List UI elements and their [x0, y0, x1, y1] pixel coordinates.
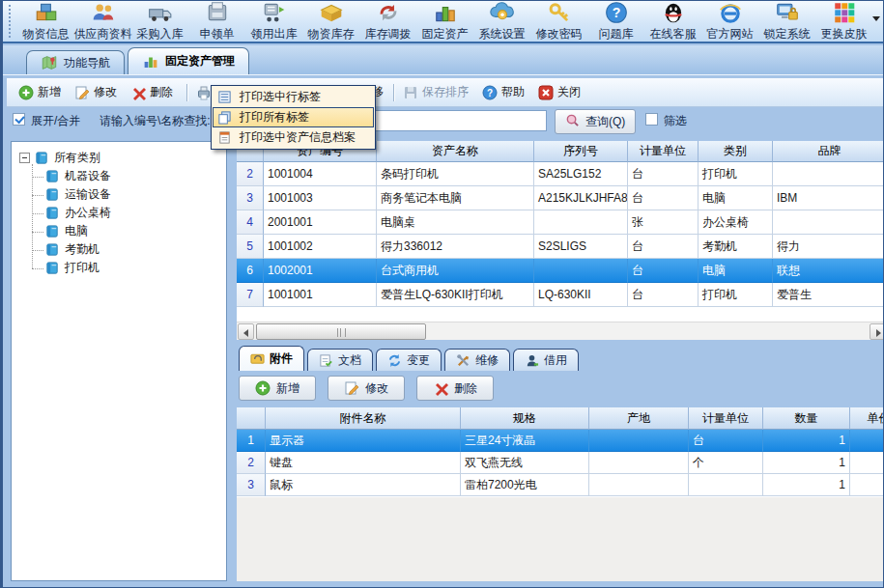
- toolbar-item-materials[interactable]: 物资信息: [17, 0, 74, 42]
- transfer-icon: [376, 0, 401, 25]
- table-cell: 雷柏7200光电: [461, 474, 589, 496]
- tree-node-label: 打印机: [65, 260, 100, 276]
- expand-collapse-checkbox[interactable]: [13, 113, 25, 126]
- toolbar-item-label: 在线客服: [650, 26, 697, 42]
- attachment-grid: 附件名称规格产地计量单位数量单价1显示器三星24寸液晶台112键盘双飞燕无线个1…: [237, 407, 884, 497]
- column-header[interactable]: 附件名称: [266, 407, 461, 430]
- table-row[interactable]: 61002001台式商用机台电脑联想: [237, 259, 884, 283]
- table-row[interactable]: 2键盘双飞燕无线个1: [237, 452, 884, 474]
- table-cell: 电脑: [699, 186, 773, 210]
- table-cell: 三星24寸液晶: [461, 430, 589, 452]
- toolbar-item-issue-out[interactable]: 领用出库: [245, 0, 302, 42]
- table-cell: 1001003: [264, 186, 377, 210]
- toolbar-item-purchase-in[interactable]: 采购入库: [131, 0, 188, 42]
- toolbar-item-transfer[interactable]: 库存调拨: [359, 0, 416, 42]
- detail-tab-repair[interactable]: 维修: [444, 349, 510, 371]
- column-header[interactable]: 规格: [461, 407, 589, 430]
- detail-tab-attach[interactable]: 附件: [239, 346, 304, 371]
- add-button[interactable]: 新增: [18, 84, 61, 100]
- detail-tab-borrow[interactable]: 借用: [513, 349, 579, 371]
- table-row[interactable]: 1显示器三星24寸液晶台11: [237, 430, 884, 452]
- toolbar-item-label: 供应商资料: [74, 26, 132, 42]
- toolbar-item-website[interactable]: 官方网站: [701, 0, 758, 42]
- column-header[interactable]: 资产名称: [377, 141, 534, 162]
- detail-add-button[interactable]: 新增: [239, 376, 316, 401]
- table-row[interactable]: 31001003商务笔记本电脑A215KJLKJHFA84台电脑IBM: [237, 186, 884, 210]
- edit-button[interactable]: 修改: [74, 84, 117, 100]
- tree-node[interactable]: 运输设备: [32, 185, 226, 204]
- toolbar-item-label: 采购入库: [137, 26, 184, 42]
- button-label: 删除: [150, 84, 173, 100]
- tree-node[interactable]: 办公桌椅: [32, 204, 226, 222]
- toolbar-item-supplier[interactable]: 供应商资料: [74, 0, 131, 42]
- row-number: 5: [237, 235, 264, 259]
- menu-item-menu-list[interactable]: 打印选中行标签: [213, 87, 374, 107]
- tree-node[interactable]: 考勤机: [32, 240, 226, 259]
- column-header[interactable]: 数量: [763, 407, 850, 430]
- detail-tab-label: 借用: [544, 352, 567, 369]
- delete-button[interactable]: 删除: [130, 84, 173, 100]
- borrow-icon: [525, 353, 539, 368]
- settings-icon: [490, 0, 515, 25]
- toolbar-overflow-icon[interactable]: [872, 16, 880, 21]
- asset-grid: 资产编号资产名称序列号计量单位类别品牌21001004条码打印机SA25LG15…: [237, 141, 884, 322]
- tree-node[interactable]: 打印机: [32, 259, 226, 277]
- scrollbar-thumb[interactable]: [256, 323, 426, 340]
- table-row[interactable]: 21001004条码打印机SA25LG152台打印机: [237, 162, 884, 186]
- toolbar-item-skin[interactable]: 更换皮肤: [815, 0, 872, 42]
- tree-children: 机器设备运输设备办公桌椅电脑考勤机打印机: [32, 167, 226, 277]
- toolbar-item-settings[interactable]: 系统设置: [473, 0, 530, 42]
- search-icon: [565, 113, 580, 130]
- scroll-right-arrow-icon[interactable]: [870, 323, 884, 340]
- table-row[interactable]: 71001001爱普生LQ-630KII打印机LQ-630KII台打印机爱普生: [237, 283, 884, 307]
- tree-node-label: 机器设备: [65, 168, 111, 184]
- scroll-left-arrow-icon[interactable]: [238, 323, 254, 340]
- toolbar-item-lock-system[interactable]: 锁定系统: [758, 0, 815, 42]
- column-header[interactable]: 序列号: [534, 141, 628, 162]
- tree-node[interactable]: 电脑: [32, 222, 226, 240]
- toolbar-item-label: 修改密码: [536, 26, 583, 42]
- table-cell: A215KJLKJHFA84: [534, 186, 628, 210]
- menu-item-menu-doc[interactable]: 打印选中资产信息档案: [213, 127, 374, 148]
- close-button[interactable]: 关闭: [538, 84, 581, 100]
- column-header[interactable]: 类别: [699, 141, 773, 162]
- change-icon: [387, 353, 402, 368]
- table-cell: 条码打印机: [377, 162, 534, 186]
- tab-nav[interactable]: 功能导航: [26, 50, 125, 74]
- table-row[interactable]: 51001002得力336012S2SLIGS台考勤机得力: [237, 235, 884, 259]
- toolbar-item-password[interactable]: 修改密码: [530, 0, 587, 42]
- table-row[interactable]: 3鼠标雷柏7200光电1: [237, 474, 884, 496]
- column-header[interactable]: 计量单位: [628, 141, 699, 162]
- toolbar-item-question[interactable]: ?问题库: [587, 0, 644, 42]
- tree-node-root[interactable]: 所有类别: [19, 148, 226, 167]
- menu-list-icon: [217, 90, 232, 104]
- toolbar-item-stock[interactable]: 物资库存: [302, 0, 359, 42]
- svg-text:?: ?: [487, 88, 493, 98]
- toolbar-grip-handle[interactable]: [9, 5, 13, 38]
- tree-collapse-icon[interactable]: [19, 153, 30, 163]
- table-cell: 1: [763, 474, 850, 496]
- column-header[interactable]: 单价: [850, 407, 884, 430]
- table-cell: 张: [628, 210, 699, 235]
- help-button[interactable]: ?帮助: [482, 84, 525, 100]
- table-row[interactable]: 42001001电脑桌张办公桌椅: [237, 210, 884, 235]
- detail-tab-doc-check[interactable]: 文档: [307, 349, 373, 371]
- detail-tab-change[interactable]: 变更: [376, 349, 442, 371]
- toolbar-item-fixed-asset[interactable]: 固定资产: [416, 0, 473, 42]
- column-header[interactable]: 产地: [589, 407, 689, 430]
- tree-node[interactable]: 机器设备: [32, 167, 226, 185]
- save-order-button[interactable]: 保存排序: [403, 84, 469, 100]
- filter-checkbox[interactable]: [645, 113, 658, 126]
- tab-asset-tab[interactable]: 固定资产管理: [128, 47, 249, 74]
- toolbar-item-qq-service[interactable]: 在线客服: [644, 0, 701, 42]
- menu-item-menu-copy[interactable]: 打印所有标签: [213, 107, 374, 127]
- column-header[interactable]: 品牌: [773, 141, 884, 162]
- question-icon: ?: [604, 0, 629, 25]
- query-button[interactable]: 查询(Q): [555, 109, 636, 134]
- detail-delete-button[interactable]: 删除: [416, 376, 494, 401]
- asset-grid-hscrollbar[interactable]: [237, 322, 884, 340]
- tree-node-label: 运输设备: [65, 186, 111, 203]
- toolbar-item-requisition[interactable]: 申领单: [188, 0, 245, 42]
- detail-edit-button[interactable]: 修改: [328, 376, 405, 401]
- column-header[interactable]: 计量单位: [689, 407, 763, 430]
